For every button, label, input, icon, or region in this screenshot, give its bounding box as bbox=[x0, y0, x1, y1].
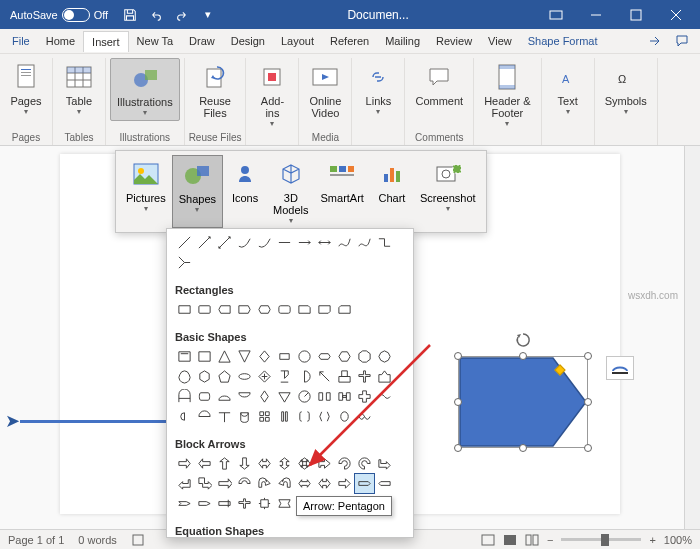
addins-button[interactable]: Add- ins▾ bbox=[250, 58, 294, 131]
resize-handle[interactable] bbox=[454, 398, 462, 406]
shape-item[interactable] bbox=[335, 474, 354, 493]
chart-button[interactable]: Chart bbox=[370, 155, 414, 228]
shape-item[interactable] bbox=[255, 474, 274, 493]
resize-handle[interactable] bbox=[584, 352, 592, 360]
shape-item[interactable] bbox=[335, 300, 354, 319]
pages-button[interactable]: Pages▾ bbox=[4, 58, 48, 119]
shape-item[interactable] bbox=[375, 367, 394, 386]
shape-item[interactable] bbox=[215, 300, 234, 319]
shape-item[interactable] bbox=[235, 454, 254, 473]
shape-item[interactable] bbox=[235, 474, 254, 493]
shape-item[interactable] bbox=[195, 233, 214, 252]
shape-item[interactable] bbox=[235, 347, 254, 366]
redo-icon[interactable] bbox=[170, 3, 194, 27]
shape-item[interactable] bbox=[195, 300, 214, 319]
shape-item[interactable] bbox=[175, 300, 194, 319]
maximize-icon[interactable] bbox=[616, 0, 656, 29]
shape-item[interactable] bbox=[175, 387, 194, 406]
online-video-button[interactable]: Online Video bbox=[303, 58, 347, 122]
pictures-button[interactable]: Pictures▾ bbox=[120, 155, 172, 228]
shape-item[interactable] bbox=[255, 300, 274, 319]
shape-item[interactable] bbox=[195, 387, 214, 406]
vertical-scrollbar[interactable] bbox=[684, 146, 700, 529]
shape-item[interactable] bbox=[275, 474, 294, 493]
tab-shape-format[interactable]: Shape Format bbox=[520, 31, 606, 51]
shape-item[interactable] bbox=[195, 494, 214, 513]
shape-item[interactable] bbox=[355, 474, 374, 493]
shape-item[interactable] bbox=[275, 494, 294, 513]
resize-handle[interactable] bbox=[454, 352, 462, 360]
shape-item[interactable] bbox=[315, 233, 334, 252]
shape-item[interactable] bbox=[295, 387, 314, 406]
undo-icon[interactable] bbox=[144, 3, 168, 27]
shape-item[interactable] bbox=[175, 474, 194, 493]
shape-item[interactable] bbox=[315, 474, 334, 493]
word-count[interactable]: 0 words bbox=[78, 534, 117, 546]
resize-handle[interactable] bbox=[519, 352, 527, 360]
shape-item[interactable] bbox=[175, 454, 194, 473]
shape-item[interactable] bbox=[215, 367, 234, 386]
shape-item[interactable] bbox=[315, 387, 334, 406]
shape-item[interactable] bbox=[335, 407, 354, 426]
shape-item[interactable] bbox=[175, 233, 194, 252]
shape-item[interactable] bbox=[295, 367, 314, 386]
smartart-button[interactable]: SmartArt bbox=[315, 155, 370, 228]
resize-handle[interactable] bbox=[454, 444, 462, 452]
tab-newtab[interactable]: New Ta bbox=[129, 31, 181, 51]
qat-dropdown-icon[interactable]: ▾ bbox=[196, 3, 220, 27]
tab-home[interactable]: Home bbox=[38, 31, 83, 51]
shape-item[interactable] bbox=[375, 474, 394, 493]
zoom-out-icon[interactable]: − bbox=[547, 534, 553, 546]
shape-item[interactable] bbox=[355, 454, 374, 473]
shape-item[interactable] bbox=[315, 407, 334, 426]
shape-item[interactable] bbox=[235, 233, 254, 252]
shape-item[interactable] bbox=[275, 407, 294, 426]
shape-item[interactable] bbox=[215, 387, 234, 406]
shape-item[interactable] bbox=[295, 347, 314, 366]
shape-item[interactable] bbox=[335, 454, 354, 473]
shape-item[interactable] bbox=[275, 367, 294, 386]
shape-item[interactable] bbox=[215, 347, 234, 366]
shape-item[interactable] bbox=[175, 494, 194, 513]
shape-item[interactable] bbox=[275, 300, 294, 319]
shape-item[interactable] bbox=[375, 233, 394, 252]
shape-item[interactable] bbox=[335, 347, 354, 366]
autosave-toggle[interactable]: AutoSave Off bbox=[4, 8, 114, 22]
view-mode-icon[interactable] bbox=[481, 534, 495, 546]
layout-options-button[interactable] bbox=[606, 356, 634, 380]
shape-item[interactable] bbox=[355, 407, 374, 426]
shape-item[interactable] bbox=[315, 367, 334, 386]
shape-item[interactable] bbox=[315, 454, 334, 473]
shape-item[interactable] bbox=[175, 367, 194, 386]
ribbon-display-icon[interactable] bbox=[536, 0, 576, 29]
shape-item[interactable] bbox=[235, 387, 254, 406]
shape-item[interactable] bbox=[355, 387, 374, 406]
page-count[interactable]: Page 1 of 1 bbox=[8, 534, 64, 546]
shape-item[interactable] bbox=[275, 387, 294, 406]
tab-review[interactable]: Review bbox=[428, 31, 480, 51]
shape-item[interactable] bbox=[275, 233, 294, 252]
shape-item[interactable] bbox=[235, 300, 254, 319]
3d-models-button[interactable]: 3D Models▾ bbox=[267, 155, 314, 228]
resize-handle[interactable] bbox=[584, 398, 592, 406]
reuse-files-button[interactable]: Reuse Files bbox=[193, 58, 237, 122]
shape-item[interactable] bbox=[255, 494, 274, 513]
shape-item[interactable] bbox=[275, 347, 294, 366]
tab-file[interactable]: File bbox=[4, 31, 38, 51]
shape-item[interactable] bbox=[195, 474, 214, 493]
shape-item[interactable] bbox=[215, 494, 234, 513]
zoom-slider[interactable] bbox=[561, 538, 641, 541]
shape-item[interactable] bbox=[315, 300, 334, 319]
shapes-button[interactable]: Shapes▾ bbox=[172, 155, 223, 228]
tab-layout[interactable]: Layout bbox=[273, 31, 322, 51]
shape-item[interactable] bbox=[255, 367, 274, 386]
shape-item[interactable] bbox=[335, 387, 354, 406]
view-mode-icon[interactable] bbox=[525, 534, 539, 546]
shape-item[interactable] bbox=[215, 474, 234, 493]
shape-item[interactable] bbox=[195, 347, 214, 366]
shape-item[interactable] bbox=[355, 367, 374, 386]
header-footer-button[interactable]: Header & Footer▾ bbox=[478, 58, 536, 131]
shape-item[interactable] bbox=[355, 347, 374, 366]
shape-item[interactable] bbox=[255, 407, 274, 426]
text-button[interactable]: AText▾ bbox=[546, 58, 590, 119]
